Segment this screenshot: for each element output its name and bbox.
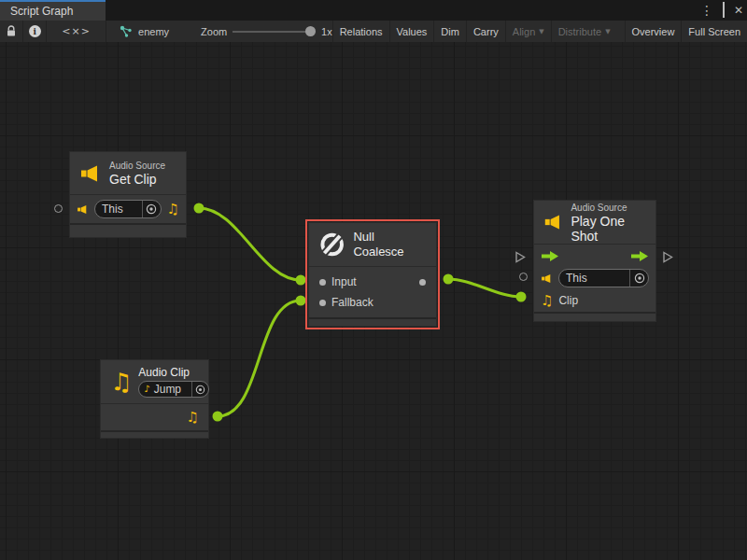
port-fallback-dot[interactable] [319, 300, 326, 306]
maximize-icon[interactable] [723, 5, 725, 16]
zoom-label: Zoom [201, 26, 227, 37]
lock-icon [6, 25, 17, 37]
zoom-slider-track [233, 31, 316, 33]
get-clip-target-row: This ♫ [70, 195, 186, 223]
get-clip-footer [70, 223, 186, 237]
null-coalesce-title: Null Coalesce [353, 230, 427, 259]
null-input-label: Input [331, 275, 357, 288]
port-null-input-connected[interactable] [296, 275, 306, 286]
audio-clip-title: Audio Clip [138, 366, 209, 379]
port-null-fallback-connected[interactable] [296, 296, 306, 306]
audioclip-input-icon: ♫ [541, 294, 553, 308]
object-picker-icon[interactable] [630, 273, 648, 284]
audio-clip-footer [101, 430, 208, 438]
full-screen-button[interactable]: Full Screen [681, 21, 747, 42]
dropdown-arrow-icon: ▼ [605, 28, 610, 35]
null-fallback-row: Fallback [309, 292, 436, 313]
play-one-shot-footer [534, 312, 655, 321]
align-button: Align▼ [505, 21, 551, 42]
port-input-dot[interactable] [319, 279, 326, 286]
info-button[interactable]: i [23, 21, 47, 42]
window-menu-icon[interactable]: ⋮ [700, 4, 713, 17]
audioclip-output-icon: ♫ [167, 203, 179, 217]
window-controls: ⋮ ✕ [700, 0, 743, 21]
dropdown-arrow-icon: ▼ [539, 28, 543, 35]
audio-source-icon [543, 211, 563, 233]
object-picker-icon[interactable] [143, 203, 161, 215]
lock-button[interactable] [0, 21, 23, 42]
audio-clip-output-row: ♫ [101, 404, 208, 430]
wire-output-to-clip[interactable] [448, 279, 521, 297]
tab-title: Script Graph [10, 5, 73, 18]
port-audioclip-output[interactable] [213, 412, 223, 422]
get-clip-header[interactable]: Audio Source Get Clip [70, 152, 186, 194]
graph-name: enemy [138, 26, 169, 37]
audio-source-mini-icon [541, 273, 553, 285]
zoom-slider-handle[interactable] [305, 26, 316, 36]
port-play-target-input[interactable] [519, 273, 528, 281]
node-audio-clip[interactable]: ♫ Audio Clip ♪ Jump ♫ [100, 359, 209, 439]
node-play-one-shot[interactable]: Audio Source Play One Shot This [533, 200, 656, 322]
play-target-value: This [559, 272, 629, 285]
note-mini-icon: ♪ [139, 385, 149, 394]
clip-label: Clip [558, 294, 578, 307]
code-icon: <×> [62, 25, 91, 37]
play-one-shot-title: Play One Shot [571, 214, 646, 244]
null-input-row: Input [309, 272, 436, 292]
zoom-slider[interactable] [233, 21, 316, 42]
port-result-dot[interactable] [419, 279, 426, 286]
null-coalesce-footer [309, 317, 436, 326]
get-clip-title: Get Clip [109, 172, 165, 187]
port-flow-in-triangle[interactable] [514, 251, 526, 263]
wire-getclip-to-input[interactable] [199, 208, 301, 280]
flow-in-arrow-icon [541, 250, 559, 262]
play-target-field[interactable]: This [558, 269, 649, 287]
object-picker-icon[interactable] [192, 385, 208, 395]
graph-icon [120, 25, 133, 38]
overview-button[interactable]: Overview [625, 21, 682, 42]
get-clip-target-value: This [95, 203, 142, 216]
port-flow-out-triangle[interactable] [662, 251, 673, 263]
flow-row [534, 245, 655, 267]
graph-canvas[interactable]: Audio Source Get Clip This ♫ [0, 42, 747, 560]
node-null-coalesce[interactable]: Null Coalesce Input Fallback [308, 222, 437, 327]
audio-clip-variable-field[interactable]: ♪ Jump [138, 381, 209, 398]
graph-toolbar: i <×> enemy Zoom 1x Relations Values Dim… [0, 21, 747, 42]
relations-button[interactable]: Relations [332, 21, 389, 42]
audio-source-mini-icon [77, 203, 89, 216]
dim-button[interactable]: Dim [433, 21, 466, 42]
port-playoneshot-clip-connected[interactable] [516, 292, 527, 302]
null-fallback-label: Fallback [331, 296, 374, 309]
null-coalesce-ports: Input Fallback [309, 267, 436, 317]
zoom-value: 1x [321, 26, 332, 37]
get-clip-category: Audio Source [109, 160, 165, 172]
window-tab-bar: Script Graph ⋮ ✕ [0, 0, 747, 21]
toolbar-buttons: Relations Values Dim Carry Align▼ Distri… [332, 21, 747, 42]
clip-row: ♫ Clip [534, 289, 655, 312]
audio-source-icon [79, 162, 102, 185]
null-coalesce-header[interactable]: Null Coalesce [309, 223, 436, 266]
audioclip-output-icon: ♫ [187, 411, 199, 425]
audio-clip-icon: ♫ [110, 370, 132, 394]
get-clip-target-field[interactable]: This [94, 200, 162, 218]
tab-script-graph[interactable]: Script Graph [0, 2, 106, 21]
play-target-row: This [534, 267, 655, 289]
port-getclip-output[interactable] [194, 203, 204, 214]
play-one-shot-category: Audio Source [571, 202, 646, 214]
wire-audioclip-to-fallback[interactable] [218, 301, 301, 416]
play-one-shot-header[interactable]: Audio Source Play One Shot [534, 201, 655, 244]
maximize-box [723, 2, 725, 18]
code-preview-button[interactable]: <×> [47, 21, 106, 42]
close-icon[interactable]: ✕ [734, 5, 743, 16]
flow-out-arrow-icon [630, 250, 649, 262]
port-null-output-connected[interactable] [444, 274, 454, 285]
graph-breadcrumb[interactable]: enemy [120, 25, 169, 38]
carry-button[interactable]: Carry [466, 21, 505, 42]
port-get-clip-target-input[interactable] [54, 204, 63, 213]
values-button[interactable]: Values [389, 21, 434, 42]
distribute-button: Distribute▼ [551, 21, 617, 42]
info-icon: i [29, 25, 41, 37]
null-coalesce-icon [318, 231, 345, 259]
audio-clip-header[interactable]: ♫ Audio Clip ♪ Jump [101, 360, 208, 403]
node-get-clip[interactable]: Audio Source Get Clip This ♫ [69, 151, 187, 238]
